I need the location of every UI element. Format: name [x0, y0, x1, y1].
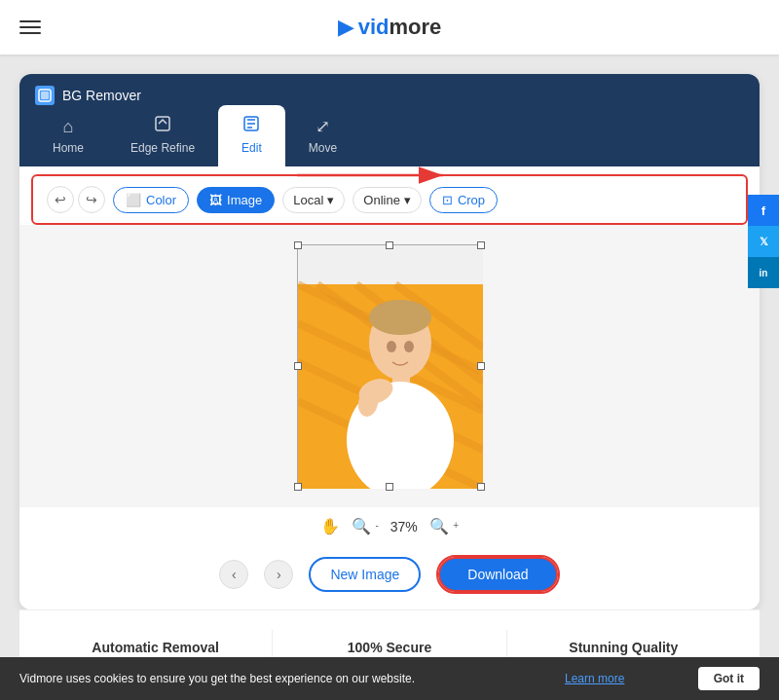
crop-handle-ml[interactable]	[294, 362, 302, 370]
edit-icon	[242, 115, 260, 137]
crop-handle-tr[interactable]	[477, 241, 485, 249]
tab-home[interactable]: ⌂ Home	[29, 107, 107, 166]
app-title-bar: BG Remover	[19, 74, 760, 105]
new-image-label: New Image	[330, 567, 399, 582]
next-icon: ›	[277, 567, 281, 582]
linkedin-icon: in	[760, 268, 768, 278]
image-icon: 🖼	[209, 193, 222, 207]
zoom-in-icon: 🔍	[429, 518, 449, 534]
online-dropdown[interactable]: Online ▾	[352, 187, 422, 213]
twitter-icon: 𝕏	[760, 236, 768, 248]
crop-handle-tm[interactable]	[386, 241, 393, 249]
image-label: Image	[227, 193, 262, 207]
twitter-share-button[interactable]: 𝕏	[748, 226, 779, 257]
crop-icon: ⊡	[442, 193, 453, 207]
color-button[interactable]: ⬜ Color	[113, 187, 189, 213]
color-icon: ⬜	[126, 193, 141, 207]
edge-refine-icon	[154, 115, 171, 137]
new-image-button[interactable]: New Image	[309, 557, 421, 592]
download-button-wrapper: Download	[436, 555, 559, 594]
tab-edge-refine[interactable]: Edge Refine	[107, 105, 218, 166]
download-label: Download	[467, 567, 528, 582]
nav-tabs: ⌂ Home Edge Refine	[19, 105, 760, 166]
feature-quality-title: Stunning Quality	[517, 640, 730, 655]
cookie-banner: Vidmore uses cookies to ensure you get t…	[0, 657, 779, 700]
image-container[interactable]	[297, 244, 482, 488]
next-button[interactable]: ›	[264, 560, 293, 589]
feature-secure-title: 100% Secure	[282, 640, 496, 655]
home-icon: ⌂	[63, 117, 74, 137]
logo-text: vidmore	[358, 15, 442, 40]
download-button[interactable]: Download	[438, 557, 557, 592]
logo: ▶ vidmore	[338, 15, 442, 40]
main-content: BG Remover ⌂ Home Edge Refine	[0, 55, 779, 700]
redo-button[interactable]: ↪	[78, 186, 105, 213]
tab-home-label: Home	[53, 141, 84, 155]
app-card: BG Remover ⌂ Home Edge Refine	[19, 74, 760, 609]
local-dropdown[interactable]: Local ▾	[282, 187, 345, 213]
svg-point-20	[404, 341, 414, 352]
toolbar-container: ↩ ↪ ⬜ Color 🖼 Image	[31, 174, 748, 225]
move-icon: ⤢	[315, 116, 330, 137]
zoom-out-minus: -	[375, 520, 378, 531]
hand-icon[interactable]: ✋	[320, 517, 340, 535]
cookie-learn-more[interactable]: Learn more	[565, 672, 624, 685]
zoom-in-plus: +	[453, 520, 459, 531]
online-chevron-icon: ▾	[404, 193, 411, 207]
svg-point-14	[369, 300, 431, 335]
app-header: BG Remover ⌂ Home Edge Refine	[19, 74, 760, 166]
linkedin-share-button[interactable]: in	[748, 257, 779, 288]
svg-rect-1	[41, 92, 49, 99]
local-label: Local	[293, 193, 323, 207]
tab-edit-label: Edit	[241, 141, 262, 155]
cookie-ok-button[interactable]: Got it	[698, 667, 760, 690]
feature-automatic-title: Automatic Removal	[49, 640, 262, 655]
bg-remover-icon	[35, 86, 55, 105]
bottom-actions: ‹ › New Image Download	[19, 545, 760, 609]
crop-handle-bm[interactable]	[386, 483, 393, 491]
local-chevron-icon: ▾	[327, 193, 334, 207]
logo-icon: ▶	[338, 15, 354, 40]
app-title: BG Remover	[62, 88, 141, 103]
tab-move-label: Move	[309, 141, 337, 155]
tab-edit[interactable]: Edit	[218, 105, 285, 166]
crop-handle-br[interactable]	[477, 483, 485, 491]
crop-label: Crop	[458, 193, 485, 207]
logo-suffix: more	[390, 15, 442, 39]
social-sidebar: f 𝕏 in	[748, 195, 779, 288]
undo-redo-group: ↩ ↪	[47, 186, 105, 213]
undo-icon: ↩	[55, 192, 66, 207]
prev-icon: ‹	[232, 567, 237, 582]
crop-handle-mr[interactable]	[477, 362, 485, 370]
online-label: Online	[363, 193, 400, 207]
image-button[interactable]: 🖼 Image	[197, 187, 275, 213]
tab-edge-refine-label: Edge Refine	[130, 141, 195, 155]
redo-icon: ↪	[86, 192, 97, 207]
canvas-image	[298, 245, 483, 489]
facebook-share-button[interactable]: f	[748, 195, 779, 226]
zoom-out-button[interactable]: 🔍 -	[352, 517, 379, 535]
prev-button[interactable]: ‹	[219, 560, 248, 589]
hamburger-menu[interactable]	[19, 20, 41, 34]
logo-prefix: vid	[358, 15, 390, 39]
crop-handle-bl[interactable]	[294, 483, 302, 491]
zoom-controls: ✋ 🔍 - 37% 🔍 +	[19, 507, 760, 545]
canvas-area	[19, 225, 760, 507]
toolbar: ↩ ↪ ⬜ Color 🖼 Image	[33, 176, 746, 223]
cookie-text: Vidmore uses cookies to ensure you get t…	[19, 672, 415, 685]
crop-button[interactable]: ⊡ Crop	[429, 187, 498, 213]
tab-move[interactable]: ⤢ Move	[285, 106, 360, 166]
zoom-in-button[interactable]: 🔍 +	[429, 517, 459, 535]
crop-handle-tl[interactable]	[294, 241, 302, 249]
zoom-level: 37%	[390, 519, 418, 534]
facebook-icon: f	[761, 203, 765, 218]
color-label: Color	[146, 193, 176, 207]
svg-point-19	[387, 341, 396, 352]
undo-button[interactable]: ↩	[47, 186, 74, 213]
header: ▶ vidmore	[0, 0, 779, 55]
zoom-out-icon: 🔍	[352, 518, 371, 534]
